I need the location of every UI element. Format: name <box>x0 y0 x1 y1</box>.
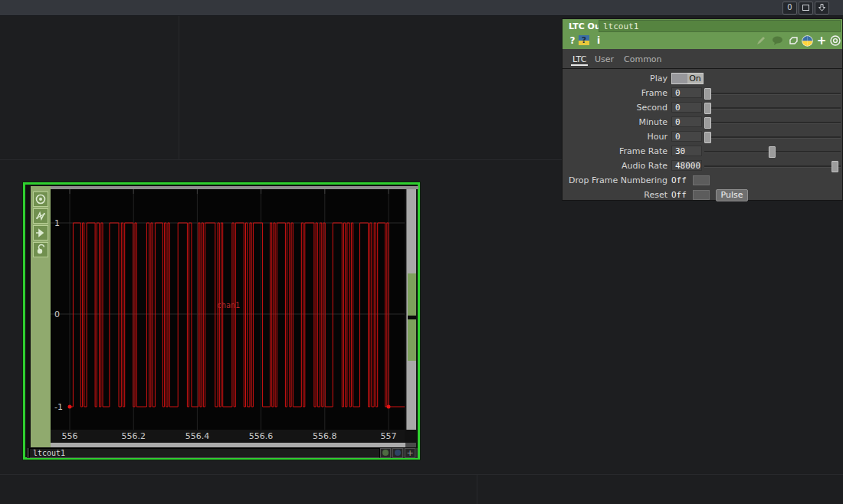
bypass-icon <box>34 209 48 223</box>
pulse-button[interactable]: Pulse <box>716 189 748 201</box>
param-value-field[interactable]: 0 <box>671 102 702 113</box>
param-row-frame-rate: Frame Rate30 <box>563 146 842 157</box>
target-icon[interactable] <box>829 35 841 47</box>
waveform-line <box>70 223 405 407</box>
param-value-field[interactable]: 0 <box>671 87 702 98</box>
param-label: Drop Frame Numbering <box>563 175 668 185</box>
grid-line <box>0 474 843 475</box>
x-axis-tick: 556.2 <box>121 431 146 441</box>
bypass-flag[interactable] <box>33 208 48 224</box>
blue-dot-icon <box>395 450 401 456</box>
param-off-value: Off <box>671 190 691 200</box>
param-label: Audio Rate <box>563 161 668 171</box>
parameter-tabs: LTC User Common <box>563 51 842 69</box>
comment-icon[interactable] <box>771 35 783 47</box>
x-axis-tick: 556.6 <box>249 431 274 441</box>
blue-state-button[interactable] <box>392 448 403 458</box>
node-flag-strip <box>31 186 51 447</box>
perform-mode-button[interactable]: 0 <box>782 2 797 15</box>
operator-name-field[interactable]: ltcout1 <box>29 448 380 458</box>
param-row-drop-frame-numbering: Drop Frame NumberingOff <box>563 175 842 186</box>
param-row-second: Second0 <box>563 102 842 113</box>
maximize-button[interactable] <box>799 2 813 15</box>
pencil-icon[interactable] <box>755 35 767 47</box>
param-label: Minute <box>563 117 668 127</box>
param-row-hour: Hour0 <box>563 131 842 142</box>
param-slider-track[interactable] <box>704 165 841 168</box>
app-canvas: 0 <box>0 0 843 504</box>
maximize-icon <box>802 5 809 11</box>
python-expressions-icon[interactable] <box>801 35 813 47</box>
param-label: Second <box>563 103 668 113</box>
node-viewer-ltcout1[interactable]: chan110-1 556556.2556.4556.6556.8557 ltc… <box>23 182 420 460</box>
info-icon[interactable]: i <box>592 35 605 47</box>
param-row-reset: ResetOffPulse <box>563 189 842 201</box>
param-value-field[interactable]: 0 <box>671 116 702 127</box>
param-slider-track[interactable] <box>704 107 841 110</box>
operator-name-input[interactable]: ltcout1 <box>599 20 841 32</box>
param-label: Play <box>563 74 668 83</box>
grid-line <box>477 474 477 504</box>
x-axis-tick: 556.8 <box>313 431 337 441</box>
param-slider-handle[interactable] <box>704 132 711 143</box>
tab-user[interactable]: User <box>593 54 615 64</box>
param-value-field[interactable]: 30 <box>671 146 702 156</box>
param-slider-track[interactable] <box>704 93 841 95</box>
param-label: Frame <box>563 88 668 98</box>
viewer-active-icon <box>34 192 48 206</box>
add-parameter-icon[interactable]: + <box>815 35 828 47</box>
svg-text:?: ? <box>581 35 586 45</box>
param-slider-handle[interactable] <box>704 103 711 114</box>
param-slider-track[interactable] <box>704 136 841 139</box>
param-toggle-box[interactable] <box>693 190 710 200</box>
horizontal-scroll-cap[interactable] <box>405 443 416 447</box>
param-slider-handle[interactable] <box>769 146 776 158</box>
plus-button[interactable]: + <box>405 448 415 458</box>
param-slider-track[interactable] <box>704 122 841 124</box>
export-arrow-icon <box>34 226 48 240</box>
scroll-thumb-divider <box>408 316 416 319</box>
y-axis-tick: -1 <box>54 402 63 412</box>
copy-parameters-icon[interactable] <box>787 35 799 47</box>
param-off-value: Off <box>671 175 691 185</box>
chop-waveform-plot[interactable]: chan110-1 <box>51 189 405 430</box>
horizontal-scrollbar[interactable] <box>51 443 416 447</box>
x-axis-labels: 556556.2556.4556.6556.8557 <box>51 430 405 443</box>
param-slider-handle[interactable] <box>832 161 838 172</box>
green-state-button[interactable] <box>380 448 391 458</box>
grid-line <box>179 15 179 159</box>
param-value-field[interactable]: 48000 <box>671 160 702 171</box>
param-label: Reset <box>563 190 668 200</box>
play-toggle[interactable]: On <box>671 73 704 84</box>
param-slider-handle[interactable] <box>704 88 711 100</box>
tab-ltc[interactable]: LTC <box>571 54 588 66</box>
param-row-minute: Minute0 <box>563 116 842 128</box>
viewer-active-flag[interactable] <box>33 191 48 207</box>
collapse-button[interactable] <box>815 2 829 15</box>
vertical-scrollbar[interactable] <box>406 189 416 430</box>
export-flag[interactable] <box>33 225 48 241</box>
x-axis-tick: 556 <box>62 431 78 441</box>
lock-flag[interactable] <box>33 242 48 257</box>
param-row-play: PlayOn <box>563 73 842 84</box>
help-icon[interactable]: ? <box>566 35 579 47</box>
x-axis-tick: 557 <box>381 431 397 441</box>
channel-label: chan1 <box>217 301 240 309</box>
tab-common[interactable]: Common <box>622 54 664 64</box>
parameter-panel-header: LTC Out ltcout1 ? ? i <box>563 19 842 49</box>
param-toggle-box[interactable] <box>693 175 710 185</box>
grid-line <box>0 159 562 160</box>
param-slider-handle[interactable] <box>704 117 711 129</box>
green-dot-icon <box>382 450 389 456</box>
plus-icon: + <box>405 449 415 457</box>
vertical-scroll-thumb[interactable] <box>408 273 416 361</box>
viewer-name-bar: ltcout1 + <box>27 448 418 458</box>
window-top-bar: 0 <box>0 0 843 16</box>
y-axis-tick: 1 <box>54 218 60 228</box>
down-arrow-icon <box>818 4 825 11</box>
python-help-icon[interactable]: ? <box>578 35 589 47</box>
param-value-field[interactable]: 0 <box>671 131 702 142</box>
lock-icon <box>34 243 48 257</box>
y-axis-tick: 0 <box>54 309 60 319</box>
param-label: Hour <box>563 132 668 142</box>
